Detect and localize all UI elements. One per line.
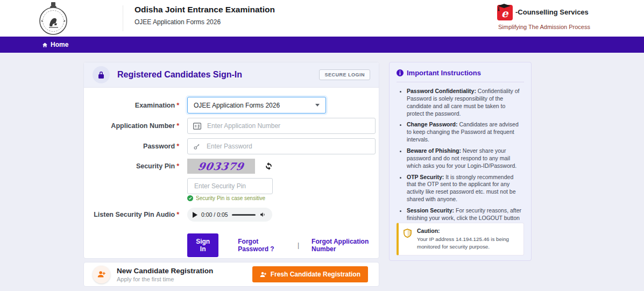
security-pin-inputbox [187, 178, 273, 194]
key-icon [193, 143, 201, 150]
signin-card-header: Registered Candidates Sign-In SECURE LOG… [84, 62, 379, 88]
instructions-list: Password Confidentiality: Confidentialit… [397, 88, 524, 237]
examination-row: Examination* OJEE Application Forms 2026 [84, 97, 379, 113]
required-marker: * [176, 211, 179, 218]
volume-icon[interactable] [259, 211, 266, 218]
captcha-refresh-button[interactable] [264, 162, 273, 171]
instruction-item: Beware of Phishing: Never share your pas… [407, 147, 524, 170]
application-number-inputbox [187, 118, 376, 134]
caution-box: Caution: Your IP address 14.194.125.46 i… [397, 223, 524, 255]
registration-icon-badge [93, 266, 110, 283]
application-number-row: Application Number* [84, 118, 379, 134]
instruction-item: Change Password: Candidates are advised … [407, 121, 524, 144]
person-plus-icon [260, 272, 267, 278]
info-icon [397, 69, 404, 76]
nav-home-link[interactable]: Home [42, 37, 68, 53]
lock-icon-badge [93, 66, 110, 83]
e-counselling-brand: e -Counselling Services Simplifying The … [496, 3, 590, 30]
person-plus-icon [97, 271, 106, 278]
refresh-icon [264, 162, 273, 171]
signin-title: Registered Candidates Sign-In [117, 70, 242, 80]
audio-seek-slider[interactable] [232, 214, 256, 216]
shield-icon [404, 229, 412, 238]
page-subtitle: OJEE Application Forms 2026 [135, 18, 275, 26]
security-pin-input-row [84, 178, 379, 194]
captcha-value: 903379 [197, 160, 245, 172]
header-divider [123, 5, 123, 31]
security-pin-audio-player[interactable]: 0:00 / 0:05 [187, 208, 272, 222]
links-separator: | [298, 242, 299, 249]
pin-case-note: Security Pin is case sensitive [187, 195, 379, 201]
brand-tagline: Simplifying The Admission Process [498, 24, 590, 30]
play-icon [193, 212, 197, 218]
pin-case-note-text: Security Pin is case sensitive [196, 195, 265, 201]
instructions-header: Important Instructions [397, 69, 524, 82]
fresh-candidate-registration-button[interactable]: Fresh Candidate Registration [252, 266, 368, 282]
page: { "header": { "title": "Odisha Joint Ent… [0, 0, 644, 291]
password-input[interactable] [206, 142, 370, 151]
forgot-password-link[interactable]: Forgot Password ? [238, 238, 285, 253]
instructions-title: Important Instructions [407, 69, 481, 77]
instructions-panel: Important Instructions Password Confiden… [389, 62, 532, 261]
signin-card: Registered Candidates Sign-In SECURE LOG… [83, 62, 379, 259]
chevron-down-icon [315, 104, 320, 107]
examination-selected-value: OJEE Application Forms 2026 [194, 102, 280, 109]
forgot-application-number-link[interactable]: Forgot Application Number [312, 238, 379, 253]
nav-home-label: Home [51, 41, 68, 48]
security-pin-row: Security Pin* 903379 [84, 159, 379, 174]
navbar: Home [0, 37, 644, 53]
signin-form: Examination* OJEE Application Forms 2026… [84, 88, 379, 257]
home-icon [42, 42, 48, 48]
required-marker: * [176, 102, 179, 109]
sign-in-button[interactable]: Sign In [187, 233, 218, 257]
audio-time: 0:00 / 0:05 [201, 211, 228, 218]
check-circle-icon [187, 195, 193, 201]
e-counselling-logo-icon: e [496, 3, 514, 21]
password-row: Password* [84, 138, 379, 154]
password-label: Password* [84, 143, 179, 150]
required-marker: * [176, 162, 179, 170]
caution-text: Your IP address 14.194.125.46 is being m… [417, 236, 519, 251]
registration-subtitle: Apply for the first time [117, 276, 213, 282]
required-marker: * [176, 143, 179, 150]
examination-select[interactable]: OJEE Application Forms 2026 [187, 97, 326, 113]
password-inputbox [187, 138, 376, 154]
svg-text:e: e [501, 7, 509, 20]
captcha-image: 903379 [187, 159, 255, 174]
app-header: Odisha Joint Entrance Examination OJEE A… [0, 0, 644, 37]
registration-section: New Candidate Registration Apply for the… [83, 262, 379, 287]
page-title: Odisha Joint Entrance Examination [135, 5, 275, 15]
security-pin-input[interactable] [193, 182, 267, 190]
fresh-candidate-registration-label: Fresh Candidate Registration [271, 271, 360, 278]
audio-play-button[interactable] [193, 212, 197, 218]
caution-title: Caution: [417, 228, 519, 234]
instruction-item: OTP Security: It is strongly recommended… [407, 174, 524, 203]
audio-row: Listen Security Pin Audio* 0:00 / 0:05 [84, 208, 379, 222]
brand-name: -Counselling Services [515, 8, 589, 16]
audio-label: Listen Security Pin Audio* [84, 211, 179, 218]
id-card-icon [193, 123, 201, 130]
actions-row: Sign In Forgot Password ? | Forgot Appli… [187, 233, 379, 257]
registration-title: New Candidate Registration [117, 267, 213, 275]
odisha-emblem-logo [38, 1, 69, 36]
examination-label: Examination* [84, 102, 179, 109]
security-pin-label: Security Pin* [84, 162, 179, 170]
secure-login-badge[interactable]: SECURE LOGIN [319, 69, 370, 80]
application-number-label: Application Number* [84, 122, 179, 130]
application-number-input[interactable] [206, 122, 370, 130]
instruction-item: Password Confidentiality: Confidentialit… [407, 88, 524, 117]
lock-icon [98, 71, 104, 79]
required-marker: * [176, 122, 179, 130]
